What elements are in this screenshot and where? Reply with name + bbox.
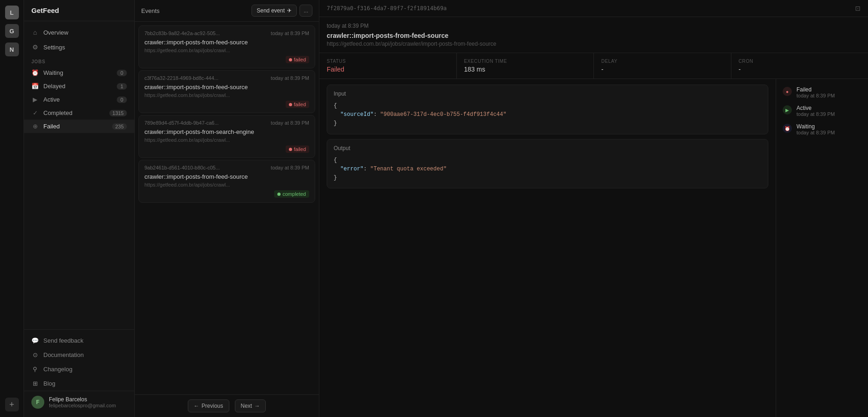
detail-job-url: https://getfeed.com.br/api/jobs/crawler/… (327, 41, 861, 47)
meta-delay-label: DELAY (601, 59, 724, 64)
sidebar-changelog-label: Changelog (43, 366, 72, 373)
active-badge: 0 (117, 97, 127, 103)
job-time-0: today at 8:39 PM (271, 30, 309, 36)
status-label-0: failed (294, 57, 306, 62)
prev-label: Previous (202, 403, 223, 409)
timeline-info-0: Failed today at 8:39 PM (796, 86, 862, 98)
timeline-time-0: today at 8:39 PM (796, 93, 862, 98)
job-name-2: crawler::import-posts-from-search-engine (144, 128, 309, 135)
job-id-0: 7bb2c83b-9a82-4e2a-ac92-505... (144, 30, 220, 36)
sidebar-item-settings-label: Settings (43, 44, 65, 51)
icon-bar-avatar-g[interactable]: G (5, 24, 19, 38)
sidebar-app-name: GetFeed (24, 0, 134, 21)
job-list-title: Events (141, 7, 160, 14)
meta-cron-label: CRON (739, 59, 861, 64)
sidebar-send-feedback[interactable]: 💬 Send feedback (24, 333, 134, 348)
completed-icon: ✓ (31, 109, 39, 116)
job-status-badge-2: failed (286, 145, 309, 153)
job-status-badge-3: completed (274, 190, 309, 198)
sidebar-navigation: ⌂ Overview ⚙ Settings JOBS ⏰ Waiting 0 📅… (24, 21, 134, 329)
sidebar-item-waiting[interactable]: ⏰ Waiting 0 (24, 66, 134, 79)
timeline-item-2: ⏰ Waiting today at 8:39 PM (783, 123, 862, 135)
icon-bar-plus-button[interactable]: + (5, 398, 19, 411)
copy-id-button[interactable]: ⊡ (855, 5, 861, 12)
user-email: felipebarcelospro@gmail.com (49, 403, 116, 408)
detail-main: Input { "sourceId": "900aae67-317d-4ec0-… (319, 79, 776, 417)
sidebar-delayed-label: Delayed (43, 83, 66, 90)
meta-delay: DELAY - (594, 53, 731, 79)
waiting-icon: ⏰ (31, 69, 39, 76)
icon-bar: L G N + (0, 0, 24, 417)
job-id-3: 9ab2461b-d561-4010-b80c-c05... (144, 165, 220, 170)
icon-bar-avatar-l[interactable]: L (5, 6, 19, 19)
sidebar: GetFeed ⌂ Overview ⚙ Settings JOBS ⏰ Wai… (24, 0, 135, 417)
meta-cron: CRON - (731, 53, 868, 79)
job-list-header: Events Send event ✈ ... (135, 0, 319, 22)
detail-meta: STATUS Failed EXECUTION TIME 183 ms DELA… (319, 53, 868, 79)
timeline-info-1: Active today at 8:39 PM (796, 105, 862, 117)
detail-panel: 7f2879a0-f316-4da7-89f7-f2f18914b69a ⊡ t… (319, 0, 868, 417)
sidebar-active-label: Active (43, 96, 60, 103)
status-dot-2 (289, 148, 292, 151)
sidebar-docs-label: Documentation (43, 351, 84, 358)
timeline-status-0: Failed (796, 86, 862, 93)
job-list-actions: Send event ✈ ... (251, 5, 312, 17)
sidebar-jobs-section-label: JOBS (24, 54, 134, 66)
meta-status-value: Failed (327, 66, 449, 73)
meta-exec-label: EXECUTION TIME (464, 59, 587, 64)
job-card-1[interactable]: c3f76a32-2218-4969-bd8c-444... today at … (138, 70, 315, 113)
sidebar-blog[interactable]: ⊞ Blog (24, 376, 134, 391)
job-name-1: crawler::import-posts-from-feed-source (144, 84, 309, 91)
home-icon: ⌂ (31, 29, 39, 36)
waiting-badge: 0 (117, 70, 127, 76)
status-dot-0 (289, 58, 292, 61)
sidebar-item-failed[interactable]: ⊕ Failed 235 (24, 120, 134, 133)
meta-cron-value: - (739, 66, 861, 73)
settings-icon: ⚙ (31, 43, 39, 51)
job-name-3: crawler::import-posts-from-feed-source (144, 173, 309, 180)
input-label: Input (334, 91, 761, 97)
timeline-time-1: today at 8:39 PM (796, 111, 862, 117)
sidebar-item-delayed[interactable]: 📅 Delayed 1 (24, 79, 134, 93)
sidebar-documentation[interactable]: ⊙ Documentation (24, 348, 134, 362)
status-dot-3 (277, 193, 281, 196)
job-status-badge-1: failed (286, 101, 309, 108)
sidebar-item-active[interactable]: ▶ Active 0 (24, 93, 134, 106)
meta-delay-value: - (601, 66, 724, 73)
failed-icon: ⊕ (31, 123, 39, 130)
next-arrow-icon: → (254, 403, 260, 409)
user-info: Felipe Barcelos felipebarcelospro@gmail.… (49, 396, 116, 408)
sidebar-failed-label: Failed (43, 123, 60, 130)
sidebar-item-completed[interactable]: ✓ Completed 1315 (24, 106, 134, 120)
output-label: Output (334, 145, 761, 151)
active-icon: ▶ (31, 96, 39, 103)
icon-bar-avatar-n[interactable]: N (5, 42, 19, 56)
timeline-info-2: Waiting today at 8:39 PM (796, 123, 862, 135)
failed-badge: 235 (112, 123, 127, 130)
timeline-status-2: Waiting (796, 123, 862, 130)
sidebar-changelog[interactable]: ⚲ Changelog (24, 362, 134, 376)
job-card-2[interactable]: 789e89d4-d57f-4ddb-9b47-ca6... today at … (138, 115, 315, 158)
pagination: ← Previous Next → (135, 394, 319, 417)
prev-page-button[interactable]: ← Previous (188, 399, 229, 412)
send-event-button[interactable]: Send event ✈ (251, 5, 297, 17)
timeline-icon-waiting: ⏰ (783, 124, 792, 133)
next-page-button[interactable]: Next → (235, 399, 266, 412)
meta-status: STATUS Failed (319, 53, 457, 79)
job-id-1: c3f76a32-2218-4969-bd8c-444... (144, 75, 218, 81)
detail-time: today at 8:39 PM (327, 23, 861, 29)
send-event-label: Send event (257, 7, 285, 14)
sidebar-item-overview[interactable]: ⌂ Overview (24, 25, 134, 40)
sidebar-item-settings[interactable]: ⚙ Settings (24, 40, 134, 54)
feedback-icon: 💬 (31, 337, 39, 344)
more-options-button[interactable]: ... (299, 5, 312, 17)
job-card-3[interactable]: 9ab2461b-d561-4010-b80c-c05... today at … (138, 160, 315, 203)
docs-icon: ⊙ (31, 351, 39, 358)
completed-badge: 1315 (109, 110, 127, 116)
job-card-0[interactable]: 7bb2c83b-9a82-4e2a-ac92-505... today at … (138, 25, 315, 68)
blog-icon: ⊞ (31, 380, 39, 387)
input-block: Input { "sourceId": "900aae67-317d-4ec0-… (327, 85, 768, 134)
delayed-icon: 📅 (31, 83, 39, 90)
sidebar-item-overview-label: Overview (43, 29, 68, 36)
detail-content: Input { "sourceId": "900aae67-317d-4ec0-… (319, 79, 868, 417)
